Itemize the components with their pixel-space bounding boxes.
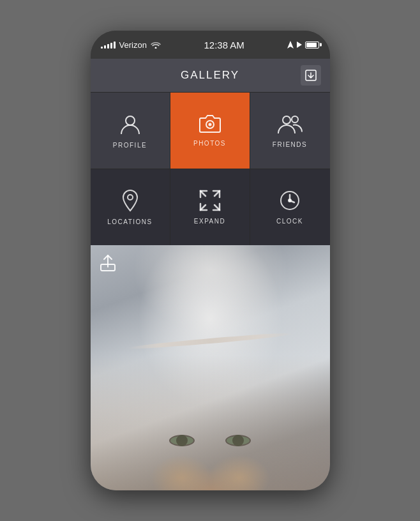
photos-label: PHOTOS: [193, 140, 226, 147]
svg-point-6: [128, 195, 133, 200]
svg-point-5: [292, 116, 298, 123]
share-button[interactable]: [100, 254, 116, 276]
signal-bars: [101, 41, 116, 49]
status-left: Verizon: [101, 40, 161, 50]
expand-icon: [199, 190, 221, 211]
profile-cell[interactable]: PROFILE: [91, 93, 170, 169]
location-icon: [121, 189, 139, 212]
eye-right-decoration: [225, 435, 251, 446]
export-icon: [305, 70, 317, 81]
friends-icon: [277, 113, 303, 135]
clock-label: CLOCK: [276, 218, 303, 225]
export-button[interactable]: [301, 65, 321, 86]
expand-cell[interactable]: EXPAND: [170, 169, 250, 245]
locations-cell[interactable]: LOCATIONS: [91, 169, 170, 245]
clock-cell[interactable]: CLOCK: [250, 169, 330, 245]
svg-point-10: [289, 199, 291, 202]
share-icon: [100, 254, 116, 272]
carrier-label: Verizon: [119, 40, 147, 50]
expand-label: EXPAND: [194, 218, 225, 225]
profile-icon: [119, 112, 142, 135]
grid-top: PROFILE PHOTOS FRIENDS: [91, 92, 330, 169]
friends-label: FRIENDS: [273, 141, 307, 148]
grid-bottom: LOCATIONS EXPAND: [91, 169, 330, 245]
svg-point-1: [126, 116, 135, 125]
camera-icon: [199, 114, 221, 133]
navigation-icon: [287, 41, 294, 49]
photo-section: [91, 245, 330, 490]
status-right: [287, 41, 319, 49]
wifi-icon: [151, 41, 161, 49]
svg-point-4: [283, 116, 290, 124]
photos-cell[interactable]: PHOTOS: [170, 93, 250, 169]
phone-frame: Verizon 12:38 AM GALLERY: [91, 31, 330, 490]
eye-left-decoration: [169, 435, 195, 446]
app-content: GALLERY PROFILE: [91, 59, 330, 490]
friends-cell[interactable]: FRIENDS: [250, 93, 330, 169]
play-icon: [297, 42, 302, 48]
svg-point-3: [208, 123, 211, 126]
photo-image: [91, 245, 330, 490]
time-display: 12:38 AM: [204, 40, 244, 50]
headband-decoration: [126, 331, 294, 351]
app-header: GALLERY: [91, 59, 330, 92]
status-bar: Verizon 12:38 AM: [91, 31, 330, 59]
locations-label: LOCATIONS: [107, 218, 153, 225]
battery-icon: [305, 42, 319, 49]
profile-label: PROFILE: [113, 142, 147, 149]
header-title: GALLERY: [181, 69, 239, 82]
clock-icon: [279, 190, 301, 211]
